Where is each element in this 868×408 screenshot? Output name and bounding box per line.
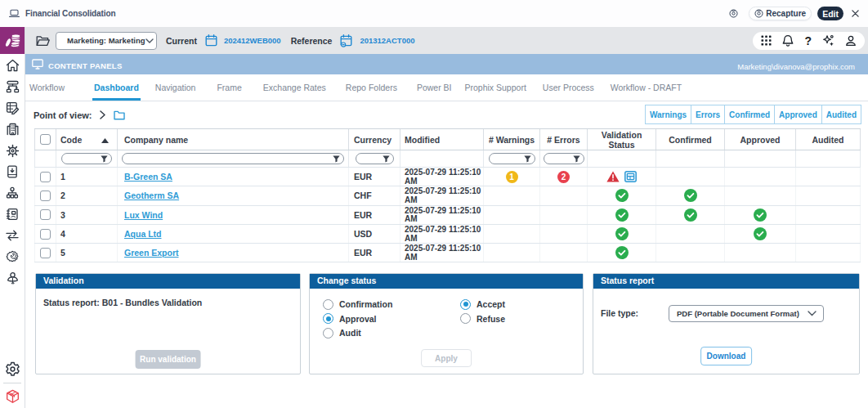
run-validation-button[interactable]: Run validation: [135, 350, 201, 369]
sidebar-divider: [3, 383, 21, 383]
radio-dot[interactable]: [460, 313, 471, 324]
sidebar-item-org-chart[interactable]: [0, 182, 25, 204]
download-button[interactable]: Download: [700, 347, 753, 365]
tab-frame[interactable]: Frame: [215, 74, 243, 101]
column-header-approved[interactable]: Approved: [725, 129, 796, 150]
confirmed-filter-button[interactable]: Confirmed: [724, 105, 775, 124]
radio-dot[interactable]: [460, 299, 471, 310]
settings-icon[interactable]: [0, 358, 25, 379]
apps-grid-icon[interactable]: [761, 35, 772, 46]
radio-refuse[interactable]: Refuse: [454, 312, 505, 326]
radio-dot[interactable]: [323, 328, 333, 339]
tab-user-process[interactable]: User Process: [541, 74, 596, 101]
company-link[interactable]: Lux Wind: [124, 210, 163, 220]
tab-repo-folders[interactable]: Repo Folders: [344, 74, 399, 101]
sidebar-item-workflow-tree[interactable]: [0, 76, 25, 97]
code-cell: 2: [56, 186, 118, 204]
notifications-bell-icon[interactable]: [782, 34, 794, 47]
filter-funnel-icon[interactable]: [524, 155, 531, 163]
close-icon[interactable]: [852, 10, 859, 17]
filter-input-errors[interactable]: [544, 153, 584, 164]
audited-filter-button[interactable]: Audited: [821, 105, 861, 124]
column-header-validation[interactable]: Validation Status: [588, 129, 656, 150]
current-document[interactable]: 202412WEB000: [224, 36, 281, 45]
warning-count-badge[interactable]: 1: [506, 171, 518, 183]
company-link[interactable]: Green Export: [124, 248, 179, 258]
reference-document[interactable]: 201312ACT000: [360, 36, 414, 45]
file-type-select[interactable]: PDF (Portable Document Format): [669, 305, 824, 322]
row-checkbox[interactable]: [40, 172, 51, 182]
filter-input-company[interactable]: [122, 153, 344, 164]
approved-filter-button[interactable]: Approved: [774, 105, 822, 124]
column-header-warnings[interactable]: # Warnings: [484, 129, 540, 150]
company-link[interactable]: Geotherm SA: [124, 191, 179, 200]
filter-funnel-icon[interactable]: [573, 155, 580, 163]
row-checkbox[interactable]: [40, 229, 51, 240]
radio-approval[interactable]: Approval: [317, 312, 392, 326]
column-header-code[interactable]: Code: [56, 129, 118, 150]
filter-funnel-icon[interactable]: [333, 155, 340, 163]
validation-error-icon[interactable]: [606, 171, 620, 182]
pov-folder-icon[interactable]: [114, 110, 125, 120]
column-header-audited[interactable]: Audited: [796, 129, 861, 150]
radio-dot[interactable]: [323, 299, 333, 310]
radio-accept[interactable]: Accept: [454, 297, 505, 312]
help-icon[interactable]: ?: [804, 34, 812, 47]
prophix-logo[interactable]: [0, 27, 25, 54]
error-count-badge[interactable]: 2: [557, 171, 570, 183]
errors-filter-button[interactable]: Errors: [691, 105, 725, 124]
filter-funnel-icon[interactable]: [383, 155, 390, 163]
sidebar-item-user-admin[interactable]: [0, 267, 25, 289]
filter-input-code[interactable]: [61, 153, 112, 164]
approved-icon: [754, 208, 767, 222]
tab-power-bi[interactable]: Power BI: [415, 74, 454, 101]
tab-navigation[interactable]: Navigation: [154, 74, 198, 101]
warnings-filter-button[interactable]: Warnings: [645, 105, 691, 124]
capture-icon[interactable]: [729, 9, 738, 18]
recapture-button[interactable]: Recapture: [749, 7, 812, 20]
sidebar-item-process-gear[interactable]: [0, 140, 25, 161]
apply-button[interactable]: Apply: [421, 349, 472, 367]
column-header-company[interactable]: Company name: [118, 129, 349, 150]
sidebar-item-company-structure[interactable]: [0, 119, 25, 140]
open-folder-icon[interactable]: [36, 35, 50, 47]
sidebar-item-device-import[interactable]: [0, 161, 25, 182]
radio-audit[interactable]: Audit: [317, 325, 392, 340]
column-header-errors[interactable]: # Errors: [540, 129, 588, 150]
change-status-panel: Change status ConfirmationApprovalAudit …: [309, 273, 584, 374]
currency-cell: EUR: [349, 168, 400, 186]
company-structure-icon: [6, 123, 20, 136]
company-link[interactable]: B-Green SA: [124, 172, 172, 182]
column-header-currency[interactable]: Currency: [349, 129, 400, 150]
edit-button[interactable]: Edit: [817, 7, 843, 20]
tab-workflow-draft[interactable]: Workflow - DRAFT: [609, 74, 683, 101]
sidebar-item-home[interactable]: [0, 55, 25, 76]
column-header-confirmed[interactable]: Confirmed: [656, 129, 725, 150]
scenario-select[interactable]: Marketing: Marketing: [56, 32, 157, 50]
company-link[interactable]: Aqua Ltd: [124, 229, 162, 239]
row-checkbox[interactable]: [40, 248, 51, 258]
tab-workflow[interactable]: Workflow: [28, 74, 66, 101]
select-all-checkbox[interactable]: [40, 134, 51, 145]
ai-sparkle-icon[interactable]: [822, 34, 834, 47]
tab-dashboard[interactable]: Dashboard: [92, 74, 141, 101]
filter-input-warnings[interactable]: [489, 153, 535, 164]
user-profile-icon[interactable]: [845, 35, 857, 47]
radio-confirmation[interactable]: Confirmation: [317, 297, 392, 312]
sidebar-item-service-gear[interactable]: [0, 246, 25, 267]
chevron-right-icon[interactable]: [100, 110, 105, 119]
tab-exchange-rates[interactable]: Exchange Rates: [262, 74, 328, 101]
sidebar-item-contacts-book[interactable]: [0, 204, 25, 225]
product-cube-icon[interactable]: [0, 386, 25, 407]
filter-funnel-icon[interactable]: [101, 155, 108, 163]
row-checkbox[interactable]: [40, 209, 51, 220]
validation-report-icon[interactable]: [624, 171, 637, 182]
row-checkbox[interactable]: [40, 191, 51, 201]
tab-prophix-support[interactable]: Prophix Support: [463, 74, 528, 101]
sidebar-item-exchange[interactable]: [0, 225, 25, 246]
column-header-modified[interactable]: Modified: [400, 129, 484, 150]
app-title: Financial Consolidation: [25, 9, 115, 18]
radio-dot[interactable]: [323, 313, 333, 324]
filter-input-currency[interactable]: [356, 153, 394, 164]
sidebar-item-journal-edit[interactable]: [0, 97, 25, 119]
